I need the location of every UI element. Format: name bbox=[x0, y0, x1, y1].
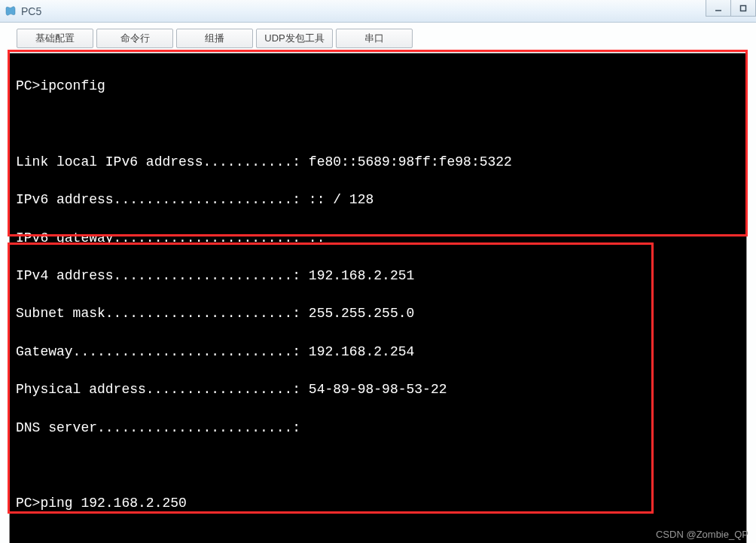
minimize-button[interactable] bbox=[706, 0, 731, 17]
tab-bar: 基础配置 命令行 组播 UDP发包工具 串口 bbox=[9, 29, 747, 48]
tab-serial[interactable]: 串口 bbox=[336, 29, 413, 48]
app-icon bbox=[5, 5, 17, 17]
term-line: IPv6 gateway......................: :: bbox=[16, 229, 740, 248]
tab-basic-config[interactable]: 基础配置 bbox=[17, 29, 93, 48]
terminal-container: PC>ipconfig Link local IPv6 address.....… bbox=[9, 53, 747, 543]
terminal-output[interactable]: PC>ipconfig Link local IPv6 address.....… bbox=[10, 53, 746, 543]
watermark: CSDN @Zombie_QP bbox=[656, 529, 748, 540]
maximize-button[interactable] bbox=[730, 0, 756, 17]
window-titlebar: PC5 bbox=[0, 0, 756, 23]
term-line: DNS server........................: bbox=[16, 419, 740, 438]
term-line: Subnet mask.......................: 255.… bbox=[16, 304, 740, 323]
content-area: 基础配置 命令行 组播 UDP发包工具 串口 PC>ipconfig Link … bbox=[0, 23, 756, 543]
term-line bbox=[16, 532, 740, 543]
term-line: Gateway...........................: 192.… bbox=[16, 343, 740, 361]
tab-command-line[interactable]: 命令行 bbox=[96, 29, 173, 48]
term-line bbox=[16, 115, 740, 134]
term-line bbox=[16, 456, 740, 475]
window-title: PC5 bbox=[21, 5, 41, 17]
tab-udp-tool[interactable]: UDP发包工具 bbox=[256, 29, 333, 48]
window-controls bbox=[706, 0, 756, 17]
term-line: PC>ipconfig bbox=[16, 77, 740, 96]
term-line: IPv4 address......................: 192.… bbox=[16, 267, 740, 285]
term-line: IPv6 address......................: :: /… bbox=[16, 191, 740, 209]
tab-multicast[interactable]: 组播 bbox=[176, 29, 253, 48]
term-line: Link local IPv6 address...........: fe80… bbox=[16, 153, 740, 172]
svg-rect-1 bbox=[741, 5, 746, 11]
term-line: Physical address..................: 54-8… bbox=[16, 380, 740, 399]
term-line: PC>ping 192.168.2.250 bbox=[16, 494, 740, 513]
